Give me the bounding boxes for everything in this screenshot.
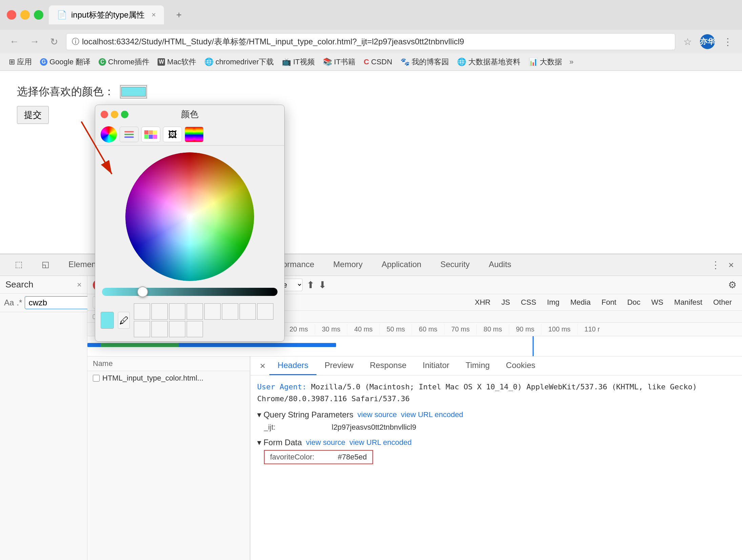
detail-tab-initiator[interactable]: Initiator [415,357,458,375]
export-button[interactable]: ⬇ [318,279,326,290]
detail-tab-response[interactable]: Response [362,357,414,375]
maximize-button[interactable] [34,10,43,20]
filter-other[interactable]: Other [708,297,737,308]
bookmark-apps[interactable]: ⊞ 应用 [5,56,35,68]
bookmark-mac[interactable]: W Mac软件 [154,56,200,68]
eyedropper-button[interactable]: 🖊 [118,312,130,329]
bookmark-chrome-plugins[interactable]: C Chrome插件 [95,56,153,68]
preset-11[interactable] [169,321,185,337]
tab-security[interactable]: Security [431,254,479,276]
user-avatar[interactable]: 亦华 [700,34,715,49]
submit-button[interactable]: 提交 [17,106,49,124]
devtools-tab-inspect[interactable]: ◱ [32,254,59,276]
bookmark-blog[interactable]: 🐾 我的博客园 [397,56,452,68]
bookmark-chromedriver[interactable]: 🌐 chromedriver下载 [201,56,277,68]
filter-media[interactable]: Media [565,297,595,308]
close-button[interactable] [7,10,16,20]
filter-font[interactable]: Font [597,297,621,308]
sliders-tool[interactable] [120,127,139,142]
bookmark-it-books[interactable]: 📚 IT书籍 [320,56,359,68]
detail-tab-headers[interactable]: Headers [269,357,316,375]
detail-tab-timing[interactable]: Timing [457,357,498,375]
close-detail-button[interactable]: × [256,358,269,374]
bookmark-bigdata[interactable]: 🌐 大数据基地资料 [454,56,524,68]
preset-12[interactable] [187,321,203,337]
preset-3[interactable] [169,303,185,320]
timeline-110ms: 110 r [577,324,607,335]
filter-xhr[interactable]: XHR [470,297,495,308]
filter-css[interactable]: CSS [516,297,541,308]
image-tool[interactable]: 🖼 [163,127,182,142]
network-settings-button[interactable]: ⚙ [728,279,737,290]
color-wheel-container[interactable]: ⊕ [95,146,284,288]
view-url-encoded-link[interactable]: view URL encoded [401,410,463,419]
preset-8[interactable] [257,303,273,320]
filter-js[interactable]: JS [497,297,515,308]
tab-memory[interactable]: Memory [324,254,372,276]
view-source-link[interactable]: view source [357,410,397,419]
preset-4[interactable] [187,303,203,320]
preset-6[interactable] [222,303,238,320]
search-close-button[interactable]: × [77,280,82,289]
filter-manifest[interactable]: Manifest [669,297,707,308]
regex-label: .* [17,298,22,307]
color-wheel[interactable]: ⊕ [125,152,254,281]
tab-close-button[interactable]: × [151,10,156,19]
refresh-button[interactable]: ↻ [47,35,61,49]
brightness-slider[interactable] [102,288,277,296]
bookmarks-more[interactable]: » [567,56,576,68]
detail-content: User Agent: Mozilla/5.0 (Macintosh; Inte… [250,375,742,475]
bookmark-bigdata2[interactable]: 📊 大数据 [525,56,565,68]
bookmark-star[interactable]: ☆ [681,35,695,49]
crayon-tool[interactable] [185,127,204,142]
detail-tab-cookies[interactable]: Cookies [498,357,543,375]
popup-minimize[interactable] [111,111,118,118]
more-menu-button[interactable]: ⋮ [720,35,735,49]
detail-tab-preview[interactable]: Preview [316,357,362,375]
preset-10[interactable] [151,321,168,337]
network-row-1[interactable]: HTML_input_type_color.html... [87,371,250,385]
blog-icon: 🐾 [400,58,410,66]
preset-5[interactable] [204,303,221,320]
preset-2[interactable] [151,303,168,320]
bigdata-icon: 🌐 [457,58,466,66]
row-checkbox[interactable] [93,375,100,382]
form-view-url-encoded-link[interactable]: view URL encoded [349,438,412,447]
address-input[interactable]: ⓘ localhost:63342/Study/HTML_Study/表单标签/… [66,33,675,50]
bookmark-it-video[interactable]: 📺 IT视频 [279,56,318,68]
filter-ws[interactable]: WS [646,297,668,308]
bookmark-google-translate[interactable]: G Google 翻译 [37,56,94,68]
palette-tool[interactable] [141,127,160,142]
bookmark-csdn[interactable]: C CSDN [360,56,395,68]
current-color-swatch [101,312,114,329]
preset-7[interactable] [240,303,256,320]
color-wheel-tool[interactable] [101,126,117,143]
popup-title-bar: 颜色 [95,105,284,124]
devtools-tab-cursor[interactable]: ⬚ [5,254,32,276]
import-button[interactable]: ⬆ [307,279,314,290]
preset-1[interactable] [134,303,150,320]
tab-application[interactable]: Application [372,254,431,276]
color-input[interactable] [120,85,147,99]
filter-doc[interactable]: Doc [622,297,645,308]
aa-label: Aa [4,298,14,307]
devtools-more-button[interactable]: ⋮ [708,258,723,272]
new-tab-button[interactable]: + [169,5,188,24]
detail-tabbar: × Headers Preview Response Initiator Tim… [250,357,742,375]
form-data-title-text[interactable]: ▾ Form Data [257,438,302,447]
popup-traffic-lights [101,111,128,118]
filter-img[interactable]: Img [542,297,564,308]
color-picker-popup: 颜色 [95,105,285,342]
bookmarks-bar: ⊞ 应用 G Google 翻译 C Chrome插件 W Mac软件 🌐 ch… [0,53,742,71]
form-view-source-link[interactable]: view source [306,438,345,447]
popup-close[interactable] [101,111,108,118]
query-string-title[interactable]: ▾ Query String Parameters [257,410,353,419]
popup-maximize[interactable] [121,111,128,118]
preset-9[interactable] [134,321,150,337]
forward-button[interactable]: → [27,35,42,48]
browser-tab[interactable]: 📄 input标签的type属性 × [49,5,164,24]
minimize-button[interactable] [20,10,30,20]
tab-audits[interactable]: Audits [479,254,521,276]
devtools-close-button[interactable]: × [726,258,737,272]
back-button[interactable]: ← [7,35,22,48]
